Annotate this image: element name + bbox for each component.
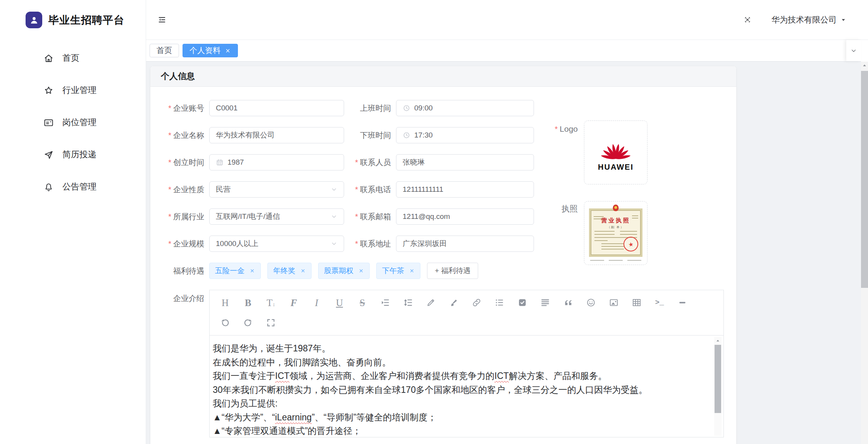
undo-icon[interactable]	[220, 318, 230, 328]
home-icon	[43, 53, 54, 64]
company-nature-select[interactable]: 民营	[209, 181, 344, 198]
fullscreen-editor-icon[interactable]	[266, 318, 276, 328]
editor-toolbar: HBT↕FIUS>_	[209, 290, 724, 336]
line-height-icon[interactable]	[403, 298, 413, 308]
menu-fold-icon[interactable]	[158, 15, 166, 24]
indent-icon[interactable]	[380, 298, 390, 308]
bullet-list-icon[interactable]	[494, 298, 505, 308]
sidebar-item-home[interactable]: 首页	[0, 47, 146, 69]
tabs-actions-button[interactable]	[846, 40, 861, 61]
sidebar-item-resume-delivery[interactable]: 简历投递	[0, 144, 146, 165]
strikethrough-icon[interactable]: S	[357, 298, 367, 308]
form-row: *企业名称华为技术有限公司下班时间17:30	[150, 127, 736, 143]
editor-paragraph: 在成长的过程中，我们脚踏实地、奋勇向前。	[213, 356, 696, 370]
company-scale-select[interactable]: 10000人以上	[209, 236, 344, 252]
tab-home[interactable]: 首页	[150, 44, 179, 57]
table-icon[interactable]	[632, 298, 642, 308]
contact-phone-value: 12111111111	[403, 185, 443, 194]
work-end-time-label: 下班时间	[344, 130, 396, 141]
company-name-input[interactable]: 华为技术有限公司	[209, 127, 344, 143]
card-header: 个人信息	[150, 66, 736, 87]
sidebar: 毕业生招聘平台 首页行业管理岗位管理简历投递公告管理	[0, 0, 146, 444]
tabs-bar: 首页个人资料	[146, 40, 861, 62]
license-label: 执照	[520, 203, 584, 214]
app-logo	[26, 12, 42, 28]
company-dropdown[interactable]: 华为技术有限公司	[772, 14, 846, 25]
required-asterisk: *	[168, 158, 171, 167]
emoji-icon[interactable]	[586, 298, 596, 308]
font-family-icon[interactable]: F	[289, 298, 299, 308]
scroll-up-icon[interactable]	[862, 63, 867, 68]
toolbar-row-1: HBT↕FIUS>_	[220, 293, 723, 313]
license-upload[interactable]: 营业执照 （副 本）	[584, 201, 648, 265]
field-label-text: 上班时间	[360, 103, 391, 114]
page-scrollbar-thumb[interactable]	[861, 71, 868, 288]
company-name: 华为技术有限公司	[772, 14, 837, 25]
divider-icon[interactable]	[677, 298, 687, 308]
work-start-time-value: 09:00	[414, 104, 433, 112]
link-icon[interactable]	[472, 298, 482, 308]
editor-scrollbar[interactable]	[714, 337, 722, 436]
founded-year-input[interactable]: 1987	[209, 154, 344, 170]
bold-icon[interactable]: B	[243, 298, 253, 308]
align-icon[interactable]	[540, 298, 550, 308]
sidebar-item-announcement-management[interactable]: 公告管理	[0, 176, 146, 198]
account-input[interactable]: C0001	[209, 100, 344, 116]
redo-icon[interactable]	[243, 318, 253, 328]
fullscreen-icon[interactable]	[744, 16, 751, 24]
form-row: *企业规模10000人以上*联系地址广东深圳坂田	[150, 236, 736, 252]
quote-icon[interactable]	[563, 298, 573, 308]
add-welfare-button[interactable]: + 福利待遇	[427, 263, 478, 279]
industry-field: *所属行业互联网/IT/电子/通信	[150, 208, 344, 225]
industry-select[interactable]: 互联网/IT/电子/通信	[209, 208, 344, 225]
code-icon[interactable]: >_	[654, 298, 665, 308]
highlight-icon[interactable]	[449, 298, 459, 308]
required-asterisk: *	[168, 131, 171, 140]
industry-value: 互联网/IT/电子/通信	[216, 212, 280, 222]
work-end-time-input[interactable]: 17:30	[396, 127, 534, 143]
page-scrollbar[interactable]	[861, 62, 868, 444]
tab-profile[interactable]: 个人资料	[183, 44, 238, 57]
close-icon[interactable]	[409, 268, 415, 274]
top-header: 华为技术有限公司	[146, 0, 868, 40]
work-start-time-input[interactable]: 09:00	[396, 100, 534, 116]
heading-icon[interactable]: H	[220, 298, 230, 308]
contact-phone-input[interactable]: 12111111111	[396, 181, 534, 198]
intro-row: 企业介绍 HBT↕FIUS>_ 我们是华为，诞生于1987年。在成长的过程中，我…	[150, 290, 736, 437]
close-icon[interactable]	[358, 268, 364, 274]
intro-label: 企业介绍	[150, 290, 209, 304]
image-icon[interactable]	[609, 298, 619, 308]
contact-address-input[interactable]: 广东深圳坂田	[396, 236, 534, 252]
required-asterisk: *	[168, 212, 171, 221]
font-size-icon[interactable]: T↕	[266, 298, 276, 308]
contact-email-input[interactable]: 1211@qq.com	[396, 208, 534, 225]
close-icon[interactable]	[300, 268, 306, 274]
close-icon[interactable]	[250, 268, 255, 274]
editor-textarea[interactable]: 我们是华为，诞生于1987年。在成长的过程中，我们脚踏实地、奋勇向前。我们一直专…	[209, 336, 724, 437]
close-icon[interactable]	[225, 48, 231, 54]
license-doc-subtitle: （副 本）	[591, 225, 640, 229]
card-body: *企业账号C0001上班时间09:00*企业名称华为技术有限公司下班时间17:3…	[150, 87, 736, 437]
logo-upload[interactable]: HUAWEI	[584, 120, 648, 184]
scroll-up-icon[interactable]	[716, 339, 720, 343]
spellcheck-word: iLearning	[275, 412, 312, 422]
profile-card: 个人信息 *企业账号C0001上班时间09:00*企业名称华为技术有限公司下班时…	[150, 66, 736, 444]
main-content: 个人信息 *企业账号C0001上班时间09:00*企业名称华为技术有限公司下班时…	[146, 62, 861, 444]
editor-paragraph: ▲“专家管理双通道模式”的晋升途径；	[213, 424, 696, 437]
contact-person-input[interactable]: 张晓琳	[396, 154, 534, 170]
bell-icon	[43, 182, 54, 192]
founded-year-field: *创立时间1987	[150, 154, 344, 170]
underline-icon[interactable]: U	[334, 298, 344, 308]
editor-scrollbar-thumb[interactable]	[715, 345, 721, 413]
welfare-tag: 五险一金	[209, 263, 261, 279]
user-icon	[29, 15, 39, 25]
italic-icon[interactable]: I	[312, 298, 322, 308]
sidebar-item-job-management[interactable]: 岗位管理	[0, 112, 146, 133]
pen-icon[interactable]	[426, 298, 436, 308]
sidebar-item-industry-management[interactable]: 行业管理	[0, 79, 146, 101]
account-label: *企业账号	[150, 103, 209, 114]
todo-list-icon[interactable]	[517, 298, 527, 308]
company-nature-label: *企业性质	[150, 184, 209, 195]
field-label-text: 联系地址	[360, 239, 391, 249]
company-name-value: 华为技术有限公司	[216, 130, 275, 140]
